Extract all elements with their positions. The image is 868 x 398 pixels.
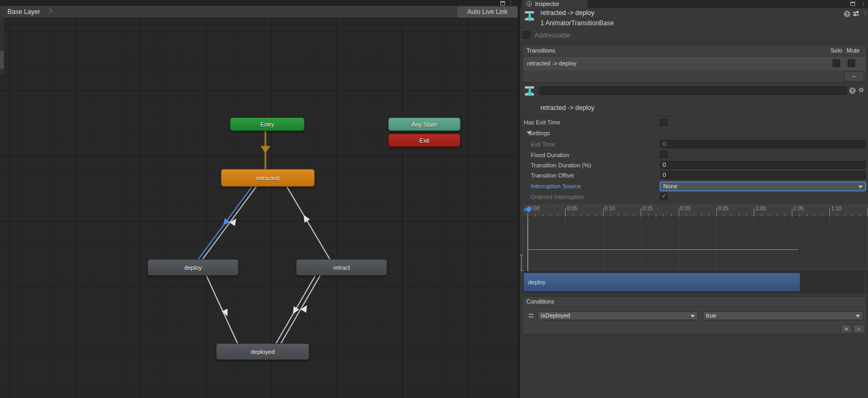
presets-icon[interactable]: [853, 11, 859, 17]
timeline-gridline: [603, 217, 604, 271]
state-node-retract[interactable]: retract: [296, 259, 387, 276]
has-exit-time-checkbox[interactable]: [660, 119, 667, 126]
transition-duration-line[interactable]: [528, 249, 798, 250]
timeline-end-divider: [865, 271, 865, 293]
graph-grid-canvas[interactable]: [0, 18, 518, 398]
tab-inspector[interactable]: i Inspector: [522, 0, 588, 8]
inspector-title: retracted -> deploy: [540, 9, 594, 17]
remove-condition-button[interactable]: −: [853, 325, 864, 333]
ruler-label: 0:05: [567, 205, 577, 211]
state-node-entry[interactable]: Entry: [230, 117, 305, 131]
state-node-any-state[interactable]: Any State: [388, 117, 461, 131]
addressable-label: Addressable: [535, 32, 570, 39]
transition-offset-field[interactable]: 0: [660, 171, 866, 179]
timeline-gridline: [792, 217, 792, 271]
state-node-deployed[interactable]: deployed: [216, 343, 309, 360]
breadcrumb[interactable]: Base Layer: [8, 8, 40, 16]
ruler-major-tick: [754, 208, 754, 217]
chevron-down-icon: [856, 315, 860, 318]
inspector-subtitle: 1 AnimatorTransitionBase: [540, 19, 614, 27]
transition-offset-label: Transition Offset: [531, 172, 574, 179]
inspector-menu-icon[interactable]: ⋮: [861, 2, 866, 6]
ruler-label: 1:00: [755, 205, 766, 211]
state-node-exit[interactable]: Exit: [388, 134, 461, 147]
timeline-gridline: [829, 217, 830, 271]
transition-name-field[interactable]: [539, 86, 847, 95]
deploy-clip-bar[interactable]: deploy: [523, 272, 800, 292]
timeline-gridline: [867, 217, 868, 271]
chevron-down-icon: [691, 315, 695, 318]
transitions-header: Transitions Solo Mute: [523, 46, 866, 56]
ruler-major-tick: [829, 208, 830, 217]
divider: [520, 42, 868, 42]
transition-title: retracted -> deploy: [540, 104, 594, 112]
solo-checkbox[interactable]: [833, 60, 840, 67]
ordered-interruption-label: Ordered Interruption: [531, 194, 584, 200]
breadcrumb-chevron-icon: [46, 8, 52, 13]
ruler-major-tick: [641, 208, 641, 217]
auto-live-link-button[interactable]: Auto Live Link: [457, 6, 517, 18]
transition-timeline[interactable]: 0:000:050:100:150:200:251:001:051:10 dep…: [523, 204, 868, 293]
more-icon[interactable]: ⋮: [863, 11, 867, 16]
transition-list-row[interactable]: retracted -> deploy: [523, 57, 866, 70]
transition-handle-icon[interactable]: [520, 255, 523, 271]
playhead-marker-icon[interactable]: [524, 205, 532, 213]
ruler-major-tick: [565, 208, 566, 217]
condition-parameter-dropdown[interactable]: isDeployed: [538, 311, 698, 320]
condition-value-dropdown[interactable]: true: [703, 311, 863, 320]
ordered-interruption-checkbox[interactable]: [660, 193, 667, 200]
ruler-major-tick: [679, 208, 679, 217]
timeline-gridline: [641, 217, 641, 271]
addressable-checkbox[interactable]: [523, 31, 530, 39]
timeline-gridline: [565, 217, 566, 271]
ruler-label: 1:10: [831, 205, 841, 211]
transition-asset-icon: [524, 10, 536, 22]
ruler-label: 0:25: [718, 205, 728, 211]
timeline-ruler[interactable]: 0:000:050:100:150:200:251:001:051:10: [523, 204, 868, 217]
gear-icon[interactable]: ⚙: [858, 87, 864, 93]
interruption-source-dropdown[interactable]: None: [660, 182, 866, 191]
graph-window-chrome: ⋮: [0, 0, 518, 6]
timeline-body[interactable]: [523, 217, 868, 271]
transition-duration-field[interactable]: 0: [660, 161, 866, 169]
collapsed-side-strip[interactable]: [0, 6, 4, 75]
float-window-icon[interactable]: [850, 2, 855, 6]
state-node-retracted[interactable]: retracted: [221, 169, 315, 187]
timeline-track: deploy: [523, 271, 868, 293]
solo-label: Solo: [830, 47, 842, 54]
collapsed-strip-handle[interactable]: [0, 51, 4, 69]
help-icon[interactable]: ?: [849, 87, 856, 94]
fixed-duration-checkbox[interactable]: [660, 151, 667, 158]
transition-duration-label: Transition Duration (%): [531, 162, 591, 168]
info-icon: i: [526, 1, 532, 6]
exit-time-label: Exit Time: [531, 141, 555, 148]
interruption-source-label: Interruption Source: [531, 183, 581, 189]
drag-handle-icon[interactable]: [529, 314, 533, 318]
animator-graph-panel: ⋮ Base Layer Auto Live Link: [0, 0, 518, 398]
divider: [520, 116, 868, 116]
inspector-tabbar: i Inspector ⋮: [520, 0, 868, 8]
float-window-icon[interactable]: [500, 1, 505, 5]
state-node-deploy[interactable]: deploy: [147, 259, 239, 276]
ruler-major-tick: [716, 208, 717, 217]
graph-menu-icon[interactable]: ⋮: [508, 1, 513, 5]
playhead-line[interactable]: [528, 217, 528, 272]
conditions-box: Conditions isDeployed true + −: [522, 296, 867, 335]
timeline-gridline: [679, 217, 679, 271]
mute-label: Mute: [847, 47, 859, 54]
ruler-major-tick: [867, 208, 868, 217]
timeline-gridline: [754, 217, 754, 271]
ruler-label: 0:10: [605, 205, 615, 211]
conditions-header: Conditions: [523, 297, 866, 307]
ruler-major-tick: [792, 208, 792, 217]
timeline-gridline: [716, 217, 717, 271]
help-icon[interactable]: ?: [844, 11, 850, 17]
remove-transition-button[interactable]: −: [844, 71, 864, 82]
mute-checkbox[interactable]: [848, 60, 855, 67]
settings-foldout[interactable]: Settings: [529, 130, 550, 136]
foldout-arrow-icon: [526, 131, 532, 135]
exit-time-field[interactable]: 0: [660, 140, 866, 148]
transitions-box: Transitions Solo Mute retracted -> deplo…: [522, 45, 867, 83]
add-condition-button[interactable]: +: [841, 325, 852, 333]
has-exit-time-label: Has Exit Time: [524, 119, 560, 126]
